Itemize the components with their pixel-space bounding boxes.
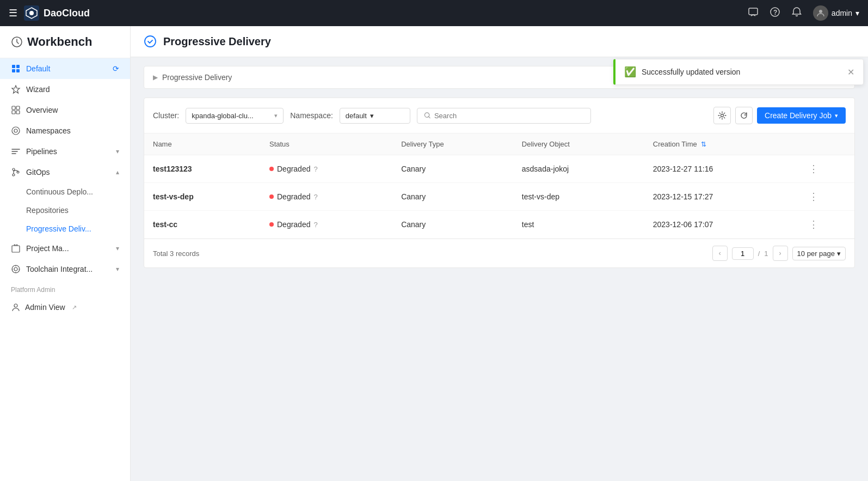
sidebar-item-admin-view[interactable]: Admin View ↗ [0,297,130,318]
namespace-dropdown-icon: ▾ [370,112,374,120]
page-separator: / [758,249,760,258]
total-records: Total 3 records [153,249,199,258]
progressive-delivery-label: Progressive Deliv... [26,224,91,233]
svg-point-1 [29,11,34,15]
sidebar-sub-repositories[interactable]: Repositories [0,201,130,220]
cell-delivery-type-1: Canary [392,183,513,211]
menu-icon[interactable]: ☰ [9,7,17,19]
cell-creation-time-2: 2023-12-06 17:07 [644,211,800,239]
sidebar-item-toolchain[interactable]: Toolchain Integrat... ▾ [0,259,130,279]
user-menu[interactable]: admin ▾ [813,5,859,21]
table-row: test-cc Degraded ? Canary test 2023-12-0… [144,211,854,239]
create-delivery-job-button[interactable]: Create Delivery Job ▾ [757,107,846,124]
sidebar-item-gitops[interactable]: GitOps ▴ [0,162,130,182]
row-action-menu-2[interactable]: ⋮ [809,219,818,230]
settings-button[interactable] [713,107,731,124]
notification-text: Successfully updated version [642,68,842,76]
sidebar-item-default-label: Default [26,64,50,73]
status-dot-0 [269,167,274,171]
gitops-arrow-icon: ▴ [116,168,119,176]
help-icon[interactable]: ? [769,7,780,20]
project-ma-arrow-icon: ▾ [116,245,119,252]
breadcrumb-arrow-icon: ▶ [153,74,158,81]
continuous-deploy-label: Continuous Deplo... [26,187,93,196]
namespace-select[interactable]: default ▾ [340,108,410,124]
chat-icon[interactable] [748,7,759,20]
cell-name-1: test-vs-dep [144,183,261,211]
next-page-button[interactable]: › [773,246,788,261]
cluster-select[interactable]: kpanda-global-clu... ▾ [186,108,284,124]
svg-rect-12 [16,106,20,109]
svg-rect-20 [12,246,20,252]
toolchain-icon [11,264,21,274]
external-link-icon: ↗ [72,304,77,311]
page-controls: ‹ / 1 › 10 per page ▾ [712,246,846,261]
sidebar-item-project-ma-label: Project Ma... [26,244,69,253]
row-action-menu-1[interactable]: ⋮ [809,191,818,202]
status-help-icon-1[interactable]: ? [313,193,317,201]
avatar [813,5,828,21]
row-action-menu-0[interactable]: ⋮ [809,163,818,174]
inner-content: ▶ Progressive Delivery ✕ Cluster: kpanda… [131,57,868,481]
logo-text: DaoCloud [44,8,90,19]
prev-page-button[interactable]: ‹ [712,246,728,261]
svg-rect-10 [16,69,20,72]
svg-point-5 [819,10,822,13]
cell-delivery-type-2: Canary [392,211,513,239]
platform-admin-section: Platform Admin [0,279,130,297]
username-label: admin [832,9,852,17]
refresh-button[interactable] [735,107,753,124]
sidebar-item-pipelines[interactable]: Pipelines ▾ [0,141,130,162]
sidebar-item-pipelines-label: Pipelines [26,147,57,156]
cell-name-2: test-cc [144,211,261,239]
notification-success-icon: ✅ [624,66,636,78]
admin-view-label: Admin View [25,303,65,312]
default-icon [11,64,21,74]
sidebar-nav: Default ⟳ Wizard Overview [0,58,130,481]
page-header-icon [144,35,157,48]
sidebar-item-namespaces[interactable]: Namespaces [0,120,130,141]
status-dot-2 [269,222,274,227]
sidebar-sub-progressive-delivery[interactable]: Progressive Deliv... [0,220,130,238]
refresh-icon[interactable]: ⟳ [113,64,119,73]
sort-icon[interactable]: ⇅ [701,141,706,148]
sidebar-item-toolchain-label: Toolchain Integrat... [26,265,93,273]
per-page-select[interactable]: 10 per page ▾ [792,247,846,260]
per-page-value: 10 per page [797,249,835,258]
notification-bar: ✅ Successfully updated version ✕ [613,59,864,85]
admin-view-icon [11,302,21,312]
namespaces-icon [11,126,21,136]
notification-bell-icon[interactable] [791,7,802,20]
status-help-icon-0[interactable]: ? [313,165,317,173]
pipelines-arrow-icon: ▾ [116,148,119,155]
notification-close-button[interactable]: ✕ [847,67,854,77]
sidebar-item-wizard[interactable]: Wizard [0,79,130,100]
overview-icon [11,105,21,115]
workbench-header: Workbench [0,26,130,58]
create-button-dropdown-icon: ▾ [835,112,838,119]
sidebar-item-default[interactable]: Default ⟳ [0,58,130,79]
table-panel: Cluster: kpanda-global-clu... ▾ Namespac… [144,98,855,268]
status-text-2: Degraded [277,220,311,229]
svg-rect-14 [16,111,20,114]
search-input[interactable] [434,112,584,120]
total-pages: 1 [764,249,768,258]
page-number-input[interactable] [732,247,754,260]
sidebar-item-wizard-label: Wizard [26,85,50,94]
per-page-dropdown-icon: ▾ [837,249,841,258]
settings-icon [718,111,727,120]
svg-point-16 [14,129,17,132]
search-icon [424,112,431,119]
col-status: Status [261,133,392,155]
user-dropdown-icon: ▾ [855,9,859,17]
col-actions [800,133,854,155]
sidebar-item-project-ma[interactable]: Project Ma... ▾ [0,238,130,259]
sidebar-item-overview[interactable]: Overview [0,100,130,120]
status-help-icon-2[interactable]: ? [313,221,317,229]
svg-point-26 [721,114,724,117]
svg-point-21 [12,265,20,273]
sidebar-sub-continuous-deploy[interactable]: Continuous Deplo... [0,182,130,201]
sidebar-item-overview-label: Overview [26,106,58,114]
cell-actions-2: ⋮ [800,211,854,239]
table-header: Name Status Delivery Type Delivery Objec… [144,133,854,155]
